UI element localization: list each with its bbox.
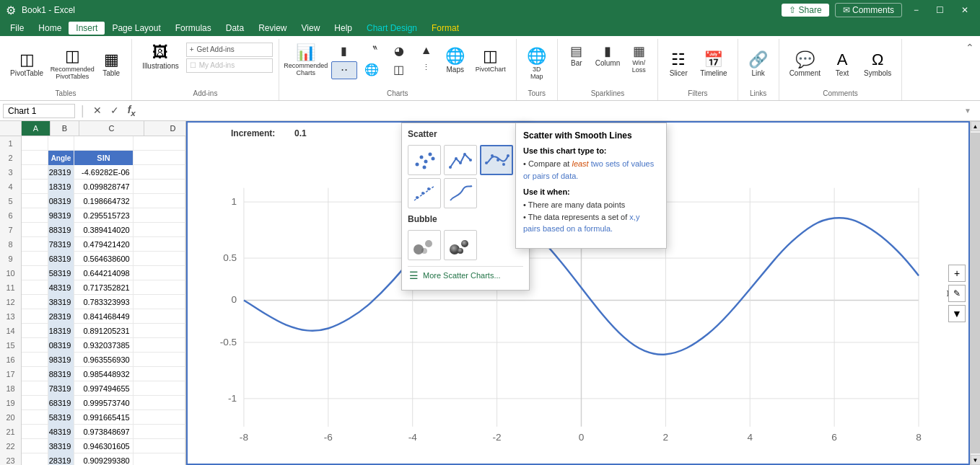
cell-d10[interactable]: [134, 266, 185, 280]
menu-view[interactable]: View: [294, 22, 328, 35]
cell-b23[interactable]: -4.28319: [48, 453, 75, 465]
cell-a15[interactable]: [22, 338, 48, 353]
area-chart-button[interactable]: ▲: [414, 43, 439, 61]
menu-review[interactable]: Review: [251, 22, 294, 35]
cell-b1[interactable]: [48, 136, 75, 151]
cell-a17[interactable]: [22, 367, 48, 381]
cell-c18[interactable]: 0.997494655: [74, 381, 133, 396]
cell-b2-angle[interactable]: Angle: [48, 151, 75, 165]
cell-b17[interactable]: -4.88319: [48, 367, 75, 381]
more-charts-button[interactable]: ⋮: [414, 61, 439, 79]
formula-bar-expand[interactable]: ▼: [964, 107, 977, 115]
menu-data[interactable]: Data: [219, 22, 251, 35]
menu-formulas[interactable]: Formulas: [168, 22, 219, 35]
cell-a18[interactable]: [22, 381, 48, 396]
my-addins-button[interactable]: ☐ My Add-ins: [186, 58, 273, 73]
cell-d20[interactable]: [134, 410, 185, 425]
scatter-dots-button[interactable]: [408, 145, 441, 175]
row-number-9[interactable]: 9: [0, 252, 22, 266]
cell-a3[interactable]: [22, 165, 48, 180]
cell-c5[interactable]: 0.198664732: [74, 194, 133, 208]
column-chart-button[interactable]: ▮: [331, 43, 357, 61]
cell-d23[interactable]: [134, 453, 185, 465]
maps-main-button[interactable]: 🌐 Maps: [441, 45, 470, 76]
maps-button[interactable]: 🌐: [359, 61, 385, 79]
row-number-6[interactable]: 6: [0, 208, 22, 223]
cell-c16[interactable]: 0.963556930: [74, 353, 133, 367]
cell-a2[interactable]: [22, 151, 48, 165]
function-button[interactable]: fx: [125, 104, 139, 118]
row-number-1[interactable]: 1: [0, 136, 22, 151]
cell-c22[interactable]: 0.946301605: [74, 439, 133, 453]
cell-a4[interactable]: [22, 180, 48, 194]
col-header-b[interactable]: B: [51, 121, 79, 136]
cell-c7[interactable]: 0.389414020: [74, 223, 133, 237]
cell-a12[interactable]: [22, 295, 48, 309]
menu-help[interactable]: Help: [327, 22, 359, 35]
cell-c3[interactable]: -4.69282E-06: [74, 165, 133, 180]
bubble-3d-button[interactable]: [444, 230, 477, 260]
bubble-2d-button[interactable]: [408, 230, 441, 260]
cell-d22[interactable]: [134, 439, 185, 453]
cell-d21[interactable]: [134, 425, 185, 439]
minimize-button[interactable]: −: [908, 4, 924, 17]
cell-b9[interactable]: -5.68319: [48, 252, 75, 266]
col-header-a[interactable]: A: [22, 121, 51, 136]
cell-c8[interactable]: 0.479421420: [74, 237, 133, 252]
cell-c19[interactable]: 0.999573740: [74, 396, 133, 410]
chart-style-btn[interactable]: ✎: [948, 285, 966, 302]
pivot-chart-button[interactable]: ◫: [386, 61, 412, 79]
cell-a5[interactable]: [22, 194, 48, 208]
row-number-14[interactable]: 14: [0, 324, 22, 338]
cell-c15[interactable]: 0.932037385: [74, 338, 133, 353]
cell-a6[interactable]: [22, 208, 48, 223]
cell-b13[interactable]: -5.28319: [48, 309, 75, 324]
scatter-dots-lines-button[interactable]: [408, 178, 441, 208]
cell-b21[interactable]: -4.48319: [48, 425, 75, 439]
cell-d15[interactable]: [134, 338, 185, 353]
scatter-smooth-lines-button[interactable]: [480, 145, 513, 175]
scatter-straight-lines-button[interactable]: [444, 145, 477, 175]
row-number-18[interactable]: 18: [0, 381, 22, 396]
symbols-button[interactable]: Ω Symbols: [859, 49, 896, 80]
cell-d5[interactable]: [134, 194, 185, 208]
cell-a23[interactable]: [22, 453, 48, 465]
recommended-pivots-button[interactable]: ◫ RecommendedPivotTables: [51, 45, 94, 83]
cell-a9[interactable]: [22, 252, 48, 266]
row-number-16[interactable]: 16: [0, 353, 22, 367]
row-number-5[interactable]: 5: [0, 194, 22, 208]
cell-a7[interactable]: [22, 223, 48, 237]
col-header-c[interactable]: C: [79, 121, 144, 136]
row-number-15[interactable]: 15: [0, 338, 22, 353]
cell-c11[interactable]: 0.717352821: [74, 280, 133, 295]
cell-c1[interactable]: [74, 136, 133, 151]
cell-d4[interactable]: [134, 180, 185, 194]
col-header-d[interactable]: D: [144, 121, 186, 136]
cell-d9[interactable]: [134, 252, 185, 266]
cell-d11[interactable]: [134, 280, 185, 295]
cell-b8[interactable]: -5.78319: [48, 237, 75, 252]
row-number-11[interactable]: 11: [0, 280, 22, 295]
cell-c14[interactable]: 0.891205231: [74, 324, 133, 338]
cancel-button[interactable]: ✕: [90, 104, 105, 118]
formula-input[interactable]: [141, 105, 961, 118]
cell-c17[interactable]: 0.985448932: [74, 367, 133, 381]
cell-c10[interactable]: 0.644214098: [74, 266, 133, 280]
cell-b19[interactable]: -4.68319: [48, 396, 75, 410]
cell-a14[interactable]: [22, 324, 48, 338]
cell-c9[interactable]: 0.564638600: [74, 252, 133, 266]
cell-b7[interactable]: -5.88319: [48, 223, 75, 237]
cell-a13[interactable]: [22, 309, 48, 324]
maximize-button[interactable]: ☐: [930, 4, 950, 17]
recommended-charts-button[interactable]: 📊 RecommendedCharts: [285, 42, 327, 79]
row-number-10[interactable]: 10: [0, 266, 22, 280]
share-button[interactable]: ⇧ Share: [782, 4, 829, 17]
cell-c23[interactable]: 0.909299380: [74, 453, 133, 465]
cell-c4[interactable]: 0.099828747: [74, 180, 133, 194]
row-number-21[interactable]: 21: [0, 425, 22, 439]
menu-file[interactable]: File: [3, 22, 31, 35]
get-addins-button[interactable]: + Get Add-ins: [186, 43, 273, 57]
row-number-4[interactable]: 4: [0, 180, 22, 194]
cell-d8[interactable]: [134, 237, 185, 252]
scrollbar-up-button[interactable]: ▲: [971, 121, 981, 131]
